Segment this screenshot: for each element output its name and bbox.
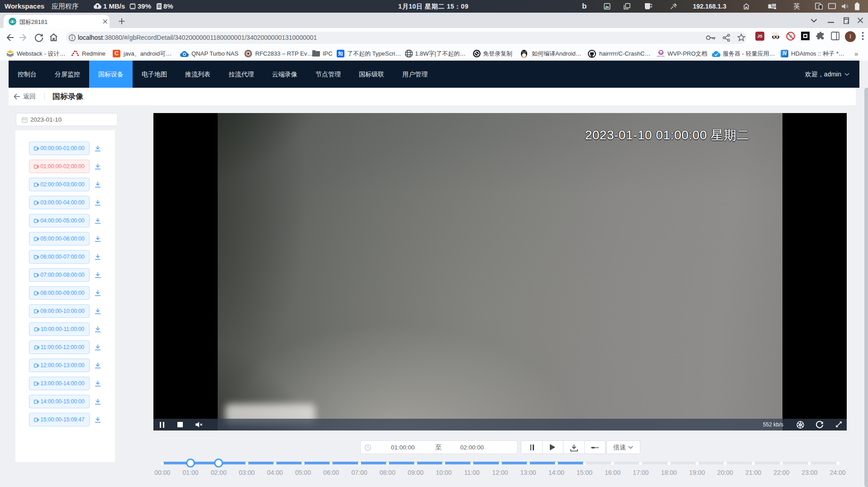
svg-text:WVP-PRO: WVP-PRO xyxy=(657,55,665,57)
